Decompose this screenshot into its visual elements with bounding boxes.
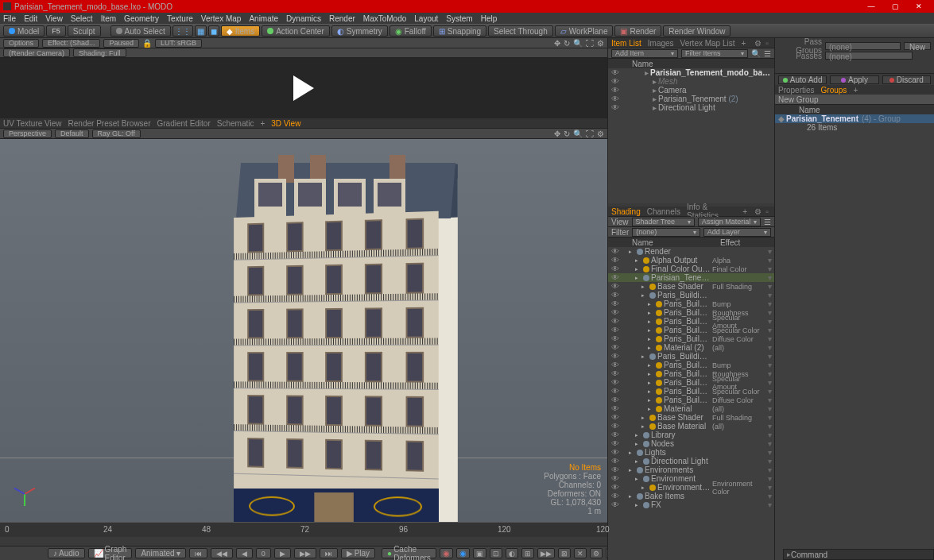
vp-zoom-icon[interactable]: 🔍	[573, 129, 583, 138]
shading-tab-3[interactable]: +	[742, 207, 747, 216]
tool-10[interactable]: ⚙	[590, 548, 603, 558]
play-button[interactable]: ▶Play	[341, 548, 375, 558]
tool-6[interactable]: ⊞	[521, 548, 534, 558]
groups-tab[interactable]: Groups	[821, 86, 847, 95]
edges-icon[interactable]: ▦	[195, 25, 207, 37]
add-layer-dropdown[interactable]: Add Layer	[703, 228, 771, 237]
render-preview[interactable]	[0, 58, 607, 118]
f5-button[interactable]: F5	[46, 25, 66, 37]
first-frame-button[interactable]: ⏮	[189, 548, 207, 558]
shader-row[interactable]: 👁▸Paris_Building_1_Spec...Specular Amoun…	[608, 317, 774, 326]
shader-row[interactable]: 👁▸Material(all)▾	[608, 404, 774, 413]
items-button[interactable]: ◆Items	[221, 25, 260, 37]
discard-button[interactable]: Discard	[882, 75, 931, 84]
menu-item[interactable]: Item	[101, 14, 116, 23]
fit-icon[interactable]: ⛶	[586, 39, 594, 48]
shader-row[interactable]: 👁▸Alpha OutputAlpha▾	[608, 256, 774, 265]
itemlist-tab-0[interactable]: Item List	[611, 39, 641, 48]
new-group-button[interactable]: New Group	[778, 95, 819, 104]
menu-animate[interactable]: Animate	[249, 14, 278, 23]
render-button[interactable]: ▣Render	[614, 25, 661, 37]
prev-key-button[interactable]: ◀◀	[211, 548, 233, 558]
3d-viewport[interactable]: No Items Polygons : Face Channels: 0 Def…	[0, 139, 607, 522]
menu-vertex-map[interactable]: Vertex Map	[201, 14, 242, 23]
building-model[interactable]	[231, 163, 469, 522]
default-dropdown[interactable]: Default	[55, 129, 89, 138]
menu-file[interactable]: File	[3, 14, 16, 23]
view-tab-3[interactable]: Gradient Editor	[157, 119, 211, 128]
tool-7[interactable]: ▶▶	[537, 548, 555, 558]
menu-maxtomodo[interactable]: MaxToModo	[363, 14, 406, 23]
view-tab-2[interactable]: Render Preset Browser	[68, 119, 151, 128]
item-row[interactable]: 👁▸Parisian_Tenement (2)	[608, 95, 774, 103]
pan-icon[interactable]: ✥	[554, 39, 560, 48]
panel-gear-icon[interactable]: ⚙	[754, 39, 762, 47]
vp-fit-icon[interactable]: ⛶	[586, 129, 594, 138]
apply-button[interactable]: Apply	[830, 75, 878, 84]
shader-row[interactable]: 👁▸Base Material(all)▾	[608, 422, 774, 431]
shader-row[interactable]: 👁▸Paris_Building_1_mat (M...▾	[608, 291, 774, 299]
tool-3[interactable]: ▣	[473, 548, 486, 558]
shader-row[interactable]: 👁▸Parisian_Tenement (2) (Item)▾	[608, 273, 774, 282]
shading-menu-icon[interactable]: ☰	[764, 218, 771, 226]
play-icon[interactable]	[293, 75, 314, 101]
tool-2[interactable]: ◉	[456, 548, 470, 558]
tool-4[interactable]: ⊡	[490, 548, 502, 558]
itemlist-tab-1[interactable]: Images	[648, 39, 674, 48]
menu-texture[interactable]: Texture	[167, 14, 193, 23]
passes-dropdown[interactable]: (none)	[825, 52, 913, 60]
model-button[interactable]: Model	[3, 25, 45, 37]
verts-icon[interactable]: ⋮⋮	[172, 25, 193, 37]
autoselect-button[interactable]: Auto Select	[110, 25, 171, 37]
rotate-icon[interactable]: ↻	[564, 39, 570, 48]
item-row[interactable]: 👁▸Directional Light	[608, 103, 774, 112]
sculpt-button[interactable]: Sculpt	[68, 25, 101, 37]
polys-icon[interactable]: ◼	[208, 25, 219, 37]
timeline[interactable]: 024487296120120	[0, 522, 607, 546]
shader-row[interactable]: 👁▸Paris_Building_1_Diffu...Diffuse Color…	[608, 334, 774, 343]
menu-dynamics[interactable]: Dynamics	[286, 14, 321, 23]
prev-frame-button[interactable]: ◀	[236, 548, 253, 558]
paused-button[interactable]: Paused	[103, 39, 139, 48]
pass-groups-dropdown[interactable]: (none)	[825, 42, 901, 50]
vp-pan-icon[interactable]: ✥	[554, 129, 560, 138]
last-frame-button[interactable]: ⏭	[320, 548, 338, 558]
menu-edit[interactable]: Edit	[24, 14, 37, 23]
next-key-button[interactable]: ▶▶	[294, 548, 316, 558]
menu-system[interactable]: System	[446, 14, 472, 23]
group-item[interactable]: ◆ Parisian_Tenement (4) - Group	[775, 114, 934, 123]
effect-dropdown[interactable]: Effect: (Shad...	[42, 39, 100, 48]
shader-row[interactable]: 👁▸Paris_Building_2_Diffu...Diffuse Color…	[608, 396, 774, 404]
shader-row[interactable]: 👁▸Final Color OutputFinal Color▾	[608, 265, 774, 273]
shader-row[interactable]: 👁▸Paris_Building_2_Spec...Specular Amoun…	[608, 378, 774, 387]
options-button[interactable]: Options	[3, 39, 39, 48]
shader-row[interactable]: 👁▸FX▾	[608, 500, 774, 509]
shader-row[interactable]: 👁▸Paris_Building_1_mat_...Bump▾	[608, 299, 774, 308]
raygl-dropdown[interactable]: Ray GL: Off	[92, 129, 141, 138]
shader-row[interactable]: 👁▸Paris_Building_1_Spec...Specular Color…	[608, 326, 774, 334]
perspective-dropdown[interactable]: Perspective	[3, 129, 52, 138]
tool-1[interactable]: ◉	[440, 548, 453, 558]
close-button[interactable]: ✕	[907, 2, 931, 10]
panel-max-icon[interactable]: ▫	[763, 39, 771, 47]
vp-rotate-icon[interactable]: ↻	[564, 129, 570, 138]
symmetry-button[interactable]: ◐Symmetry	[331, 25, 388, 37]
shading-tab-1[interactable]: Channels	[647, 207, 680, 216]
menu-render[interactable]: Render	[329, 14, 355, 23]
view-tab-4[interactable]: Schematic	[217, 119, 254, 128]
view-tab-5[interactable]: +	[260, 119, 265, 128]
shader-row[interactable]: 👁▸Environments▾	[608, 465, 774, 474]
vp-gear-icon[interactable]: ⚙	[597, 129, 604, 138]
tool-9[interactable]: ✕	[574, 548, 587, 558]
lut-dropdown[interactable]: LUT: sRGB	[155, 39, 202, 48]
view-tab-0[interactable]: 3D View	[271, 119, 300, 128]
shading-dropdown[interactable]: Shading: Full	[73, 48, 126, 57]
new-pass-group-button[interactable]: New	[904, 42, 931, 50]
shader-row[interactable]: 👁▸Material (2)(all)▾	[608, 343, 774, 352]
add-tab[interactable]: +	[853, 86, 858, 95]
action-center-button[interactable]: Action Center	[262, 25, 330, 37]
shader-row[interactable]: 👁▸Lights▾	[608, 448, 774, 457]
item-row[interactable]: 👁▸Parisian_Tenement_modo_base.lxo	[608, 68, 774, 77]
assign-material-button[interactable]: Assign Material	[698, 218, 761, 226]
view-tab-1[interactable]: UV Texture View	[3, 119, 62, 128]
